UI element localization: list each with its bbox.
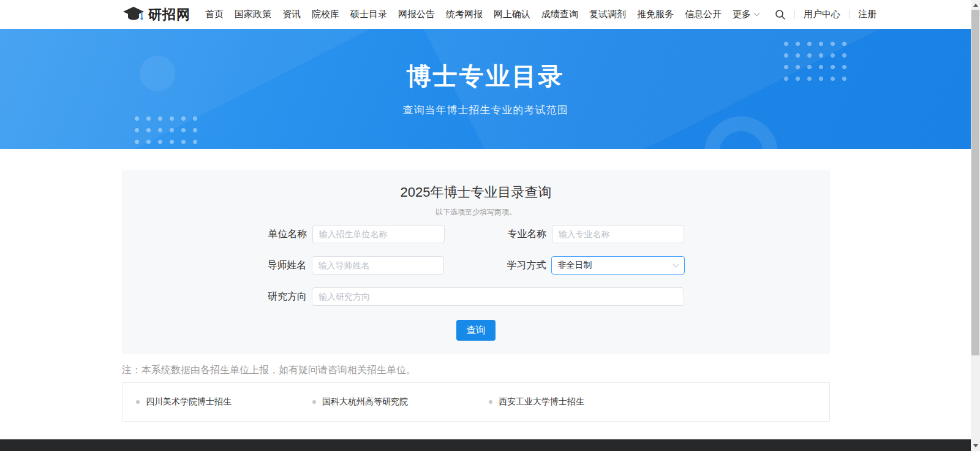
unit-name-label: 单位名称 xyxy=(268,228,307,241)
quick-links-panel: 四川美术学院博士招生 国科大杭州高等研究院 西安工业大学博士招生 xyxy=(122,382,830,422)
more-label: 更多 xyxy=(733,9,751,20)
unit-name-group: 单位名称 xyxy=(268,225,445,243)
nav-divider xyxy=(849,10,850,19)
study-mode-select[interactable]: 非全日制 xyxy=(551,256,685,275)
research-direction-group: 研究方向 xyxy=(268,287,684,306)
nav-item-info-disclosure[interactable]: 信息公开 xyxy=(685,9,722,20)
nav-item-home[interactable]: 首页 xyxy=(205,9,224,20)
register-link[interactable]: 注册 xyxy=(858,9,876,20)
form-row: 导师姓名 学习方式 非全日制 xyxy=(122,256,830,275)
tutor-name-group: 导师姓名 xyxy=(268,256,444,275)
study-mode-value: 非全日制 xyxy=(558,260,592,271)
site-logo[interactable]: 研招网 xyxy=(123,6,190,24)
quick-link-scfai[interactable]: 四川美术学院博士招生 xyxy=(123,396,299,407)
user-center-link[interactable]: 用户中心 xyxy=(804,9,840,20)
data-source-note: 注：本系统数据由各招生单位上报，如有疑问请咨询相关招生单位。 xyxy=(122,364,830,377)
scroll-up-arrow-icon[interactable] xyxy=(973,4,978,7)
study-mode-label: 学习方式 xyxy=(507,259,546,272)
hero-dot-grid xyxy=(130,112,200,149)
bullet-icon xyxy=(489,400,492,404)
bullet-icon xyxy=(136,400,140,404)
nav-item-exemption-service[interactable]: 推免服务 xyxy=(637,9,674,20)
major-name-label: 专业名称 xyxy=(508,228,547,241)
scroll-down-arrow-icon[interactable] xyxy=(973,444,978,447)
nav-item-score-query[interactable]: 成绩查询 xyxy=(541,9,578,20)
button-row: 查询 xyxy=(122,320,830,341)
query-form-panel: 2025年博士专业目录查询 以下选项至少填写两项。 单位名称 专业名称 导师姓名 xyxy=(122,170,830,354)
nav-item-online-announcement[interactable]: 网报公告 xyxy=(398,9,435,20)
study-mode-group: 学习方式 非全日制 xyxy=(507,256,685,275)
unit-name-input[interactable] xyxy=(312,225,445,243)
top-nav: 研招网 首页 国家政策 资讯 院校库 硕士目录 网报公告 统考网报 网上确认 成… xyxy=(0,0,971,29)
form-row: 单位名称 专业名称 xyxy=(122,225,830,243)
logo-text: 研招网 xyxy=(148,6,190,24)
bullet-icon xyxy=(312,400,316,404)
tutor-name-label: 导师姓名 xyxy=(268,259,307,272)
nav-item-college-library[interactable]: 院校库 xyxy=(312,9,339,20)
footer-bar xyxy=(0,439,971,451)
nav-item-master-catalog[interactable]: 硕士目录 xyxy=(350,9,387,20)
chevron-down-icon xyxy=(673,262,679,268)
page-title: 博士专业目录 xyxy=(0,29,971,93)
form-hint: 以下选项至少填写两项。 xyxy=(122,207,830,218)
quick-link-ucas-hangzhou[interactable]: 国科大杭州高等研究院 xyxy=(299,396,475,407)
hero-banner: 博士专业目录 查询当年博士招生专业的考试范围 xyxy=(0,29,971,149)
tutor-name-input[interactable] xyxy=(312,256,444,275)
nav-item-online-confirm[interactable]: 网上确认 xyxy=(494,9,530,20)
form-row: 研究方向 xyxy=(122,287,830,306)
major-name-input[interactable] xyxy=(552,225,684,243)
page: 研招网 首页 国家政策 资讯 院校库 硕士目录 网报公告 统考网报 网上确认 成… xyxy=(0,0,971,451)
form-title: 2025年博士专业目录查询 xyxy=(122,183,830,202)
major-name-group: 专业名称 xyxy=(508,225,684,243)
search-icon[interactable] xyxy=(775,9,786,20)
chevron-down-icon xyxy=(754,10,760,17)
scrollbar-track[interactable] xyxy=(971,0,980,451)
graduation-cap-icon xyxy=(123,6,145,23)
nav-item-more[interactable]: 更多 xyxy=(733,9,759,20)
nav-item-national-policy[interactable]: 国家政策 xyxy=(235,9,271,20)
research-direction-input[interactable] xyxy=(312,287,684,306)
page-subtitle: 查询当年博士招生专业的考试范围 xyxy=(0,103,971,117)
research-direction-label: 研究方向 xyxy=(268,290,307,303)
nav-item-unified-exam[interactable]: 统考网报 xyxy=(446,9,483,20)
nav-item-news[interactable]: 资讯 xyxy=(282,9,301,20)
main-content: 2025年博士专业目录查询 以下选项至少填写两项。 单位名称 专业名称 导师姓名 xyxy=(122,170,830,422)
hero-ring-decoration xyxy=(704,116,778,149)
nav-item-reexam-adjustment[interactable]: 复试调剂 xyxy=(589,9,626,20)
query-button[interactable]: 查询 xyxy=(456,320,496,341)
nav-divider xyxy=(794,10,795,19)
scrollbar-thumb[interactable] xyxy=(971,10,979,355)
quick-link-xatu[interactable]: 西安工业大学博士招生 xyxy=(475,396,652,407)
